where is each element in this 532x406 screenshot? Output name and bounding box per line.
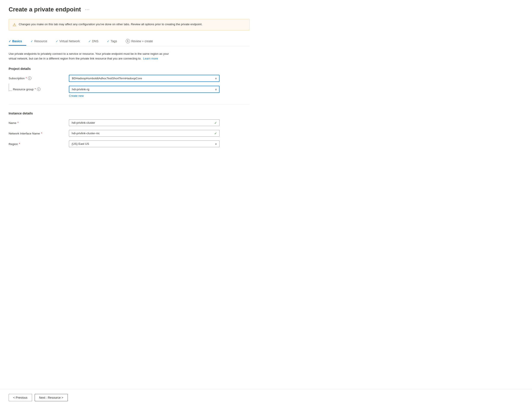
- region-select-wrapper: (US) East US ∨: [69, 140, 219, 147]
- resource-group-info-icon[interactable]: i: [37, 87, 41, 91]
- subscription-input-col: BDHadoopHumboldtAdhocTestShortTermHadoop…: [69, 75, 219, 82]
- name-row: Name * ✓: [9, 119, 250, 126]
- resource-group-label: Resource group: [13, 88, 34, 91]
- network-interface-name-row: Network Interface Name * ✓: [9, 130, 250, 137]
- subscription-select-wrapper: BDHadoopHumboldtAdhocTestShortTermHadoop…: [69, 75, 219, 82]
- resource-group-select-wrapper: hdi-privlink-rg ∨: [69, 86, 219, 93]
- tab-dns[interactable]: ✓ DNS: [88, 37, 103, 46]
- tab-virtual-network[interactable]: ✓ Virtual Network: [56, 37, 84, 46]
- tab-dns-check: ✓: [88, 40, 91, 43]
- warning-text: Changes you make on this tab may affect …: [19, 22, 202, 27]
- tab-resource-label: Resource: [34, 39, 47, 43]
- tab-tags[interactable]: ✓ Tags: [107, 37, 121, 46]
- ellipsis-menu-button[interactable]: ···: [84, 7, 91, 13]
- name-label-col: Name *: [9, 119, 64, 124]
- learn-more-link[interactable]: Learn more: [143, 57, 158, 60]
- tab-tags-check: ✓: [107, 40, 109, 43]
- tab-basics-check: ✓: [9, 40, 11, 43]
- region-select[interactable]: (US) East US: [69, 140, 219, 147]
- name-input-col: ✓: [69, 119, 219, 126]
- region-label: Region: [9, 142, 18, 146]
- tab-review-create-label: Review + create: [131, 39, 153, 43]
- resource-group-input-col: hdi-privlink-rg ∨ Create new: [69, 86, 219, 97]
- network-interface-name-label: Network Interface Name: [9, 132, 40, 135]
- description: Use private endpoints to privately conne…: [9, 51, 170, 61]
- page-title: Create a private endpoint: [9, 6, 81, 13]
- resource-group-row: Resource group * i hdi-privlink-rg ∨ Cre…: [9, 86, 250, 97]
- footer: < Previous Next : Resource >: [0, 389, 532, 406]
- tab-virtual-network-label: Virtual Network: [59, 39, 80, 43]
- subscription-required: *: [26, 77, 27, 80]
- tab-dns-label: DNS: [92, 39, 98, 43]
- resource-group-label-col: Resource group * i: [9, 86, 64, 91]
- tab-review-create[interactable]: 6 Review + create: [126, 37, 157, 46]
- name-required: *: [17, 121, 19, 124]
- region-label-col: Region *: [9, 140, 64, 146]
- network-interface-name-input-col: ✓: [69, 130, 219, 137]
- tab-tags-label: Tags: [111, 39, 117, 43]
- resource-group-label-inner: Resource group * i: [13, 87, 41, 91]
- resource-group-indent: Resource group * i: [9, 87, 41, 91]
- project-details-title: Project details: [9, 67, 250, 71]
- network-interface-name-label-col: Network Interface Name *: [9, 130, 64, 135]
- subscription-label: Subscription: [9, 77, 25, 80]
- network-interface-name-input-wrapper: ✓: [69, 130, 219, 137]
- subscription-info-icon[interactable]: i: [28, 77, 31, 80]
- name-input-wrapper: ✓: [69, 119, 219, 126]
- resource-group-select[interactable]: hdi-privlink-rg: [69, 86, 219, 93]
- tab-resource[interactable]: ✓ Resource: [31, 37, 51, 46]
- tab-basics-label: Basics: [12, 39, 22, 43]
- previous-button[interactable]: < Previous: [9, 394, 32, 401]
- subscription-label-col: Subscription * i: [9, 75, 64, 80]
- resource-group-required: *: [35, 87, 36, 91]
- tab-virtual-network-check: ✓: [56, 40, 58, 43]
- region-required: *: [19, 142, 20, 146]
- tab-resource-check: ✓: [31, 40, 33, 43]
- network-interface-name-required: *: [41, 132, 42, 135]
- tab-review-create-number: 6: [126, 39, 130, 43]
- instance-details-section: Instance details Name * ✓ Network Interf…: [9, 111, 250, 147]
- network-interface-name-input[interactable]: [69, 130, 219, 137]
- subscription-select[interactable]: BDHadoopHumboldtAdhocTestShortTermHadoop…: [69, 75, 219, 82]
- warning-banner: ⚠ Changes you make on this tab may affec…: [9, 19, 250, 30]
- warning-icon: ⚠: [13, 22, 16, 27]
- subscription-row: Subscription * i BDHadoopHumboldtAdhocTe…: [9, 75, 250, 82]
- tab-basics[interactable]: ✓ Basics: [9, 37, 26, 46]
- next-button[interactable]: Next : Resource >: [35, 394, 68, 401]
- create-new-link[interactable]: Create new: [69, 94, 84, 97]
- project-details-section: Project details Subscription * i BDHadoo…: [9, 67, 250, 97]
- name-input[interactable]: [69, 119, 219, 126]
- region-row: Region * (US) East US ∨: [9, 140, 250, 147]
- tabs-row: ✓ Basics ✓ Resource ✓ Virtual Network ✓ …: [9, 37, 250, 46]
- instance-details-title: Instance details: [9, 111, 250, 115]
- name-label: Name: [9, 121, 16, 124]
- region-input-col: (US) East US ∨: [69, 140, 219, 147]
